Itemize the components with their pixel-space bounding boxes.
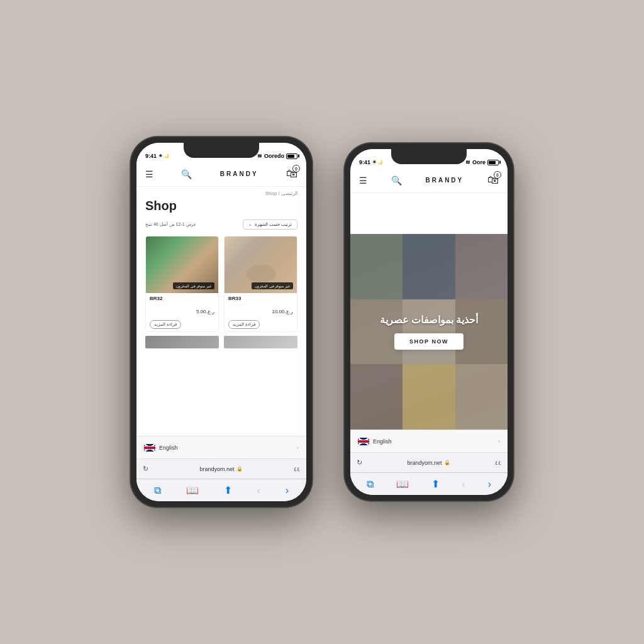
status-time-2: 9:41 ☀ 🌙 bbox=[359, 159, 383, 165]
hero-image-area: أحذية بمواصفات عصرية SHOP NOW bbox=[350, 234, 508, 430]
nav-bar-2: ☰ 🔍 BRANDY 🛍 0 bbox=[350, 168, 508, 193]
bookmarks-icon-1[interactable]: 📖 bbox=[186, 484, 199, 496]
shop-title: Shop bbox=[136, 197, 306, 217]
hero-arabic-text: أحذية بمواصفات عصرية bbox=[380, 314, 479, 326]
stars-1: ☆☆☆☆☆ bbox=[150, 303, 214, 308]
phone-1: 9:41 ☀ 🌙 ≋ Ooredo ☰ 🔍 BRANDY 🛍 bbox=[130, 136, 313, 508]
products-grid: غير متوفر في المخزون BR32 ☆☆☆☆☆ ر.ع.5.00… bbox=[136, 232, 306, 336]
cart-icon-1[interactable]: 🛍 0 bbox=[286, 167, 297, 180]
results-count: عرض 1-12 من أصل 40 نتيج bbox=[145, 222, 196, 227]
product-info-1: BR32 ☆☆☆☆☆ ر.ع.5.00 قراءة المزيد bbox=[146, 293, 218, 331]
read-more-btn-2[interactable]: قراءة المزيد bbox=[228, 320, 260, 329]
lang-bar-1[interactable]: English › bbox=[136, 436, 306, 458]
read-more-btn-1[interactable]: قراءة المزيد bbox=[150, 320, 181, 329]
product-card-1: غير متوفر في المخزون BR32 ☆☆☆☆☆ ر.ع.5.00… bbox=[145, 236, 219, 332]
uk-flag-icon-2 bbox=[358, 438, 369, 445]
product-info-2: BR33 ☆☆☆☆☆ ر.ع.10.00 قراءة المزيد bbox=[225, 293, 297, 331]
filter-bar: ترتيب حسب الشهرة ⌄ عرض 1-12 من أصل 40 نت… bbox=[136, 217, 306, 232]
product-card-2: غير متوفر في المخزون BR33 ☆☆☆☆☆ ر.ع.10.0… bbox=[224, 236, 297, 332]
bottom-toolbar-1: ⧉ 📖 ⬆ ‹ › bbox=[136, 479, 306, 501]
content-2: أحذية بمواصفات عصرية SHOP NOW English › bbox=[350, 193, 508, 452]
back-icon-2[interactable]: ‹ bbox=[462, 479, 465, 490]
reload-icon-2[interactable]: ↻ bbox=[357, 458, 362, 467]
arabic-time-2: ٤٤ bbox=[495, 460, 501, 466]
bookmarks-icon-2[interactable]: 📖 bbox=[396, 478, 409, 490]
nav-bar-1: ☰ 🔍 BRANDY 🛍 0 bbox=[136, 162, 306, 187]
partial-products-row bbox=[136, 336, 306, 348]
notch-1 bbox=[184, 143, 259, 158]
product-price-1: ر.ع.5.00 bbox=[150, 309, 214, 314]
menu-icon-2[interactable]: ☰ bbox=[359, 175, 367, 186]
url-1[interactable]: brandyom.net 🔒 bbox=[199, 466, 242, 472]
cart-badge-2: 0 bbox=[494, 171, 501, 179]
forward-icon-2[interactable]: › bbox=[488, 479, 491, 490]
back-icon-1[interactable]: ‹ bbox=[257, 485, 260, 496]
sort-select[interactable]: ترتيب حسب الشهرة ⌄ bbox=[243, 219, 297, 230]
forward-icon-1[interactable]: › bbox=[286, 485, 289, 496]
shop-now-button[interactable]: SHOP NOW bbox=[394, 333, 464, 350]
uk-flag-icon-1 bbox=[144, 444, 155, 452]
status-time-1: 9:41 ☀ 🌙 bbox=[145, 153, 169, 159]
bottom-toolbar-2: ⧉ 📖 ⬆ ‹ › bbox=[350, 472, 508, 495]
search-icon-2[interactable]: 🔍 bbox=[391, 175, 402, 186]
status-icons-2: ≋ Oore bbox=[465, 159, 499, 165]
product-name-1: BR32 bbox=[150, 296, 214, 301]
menu-icon-1[interactable]: ☰ bbox=[145, 169, 153, 179]
url-2[interactable]: brandyom.net 🔒 bbox=[407, 460, 450, 466]
reload-icon-1[interactable]: ↻ bbox=[143, 465, 148, 473]
battery-icon-2 bbox=[487, 160, 499, 165]
out-of-stock-badge-1: غير متوفر في المخزون bbox=[173, 282, 214, 289]
lang-arrow-2: › bbox=[498, 438, 500, 445]
status-icons-1: ≋ Ooredo bbox=[257, 153, 297, 159]
product-name-2: BR33 bbox=[228, 296, 293, 301]
address-bar-2: ↻ brandyom.net 🔒 ٤٤ bbox=[350, 452, 508, 472]
cart-icon-2[interactable]: 🛍 0 bbox=[487, 174, 499, 187]
breadcrumb-1: الرئيسى / Shop bbox=[136, 187, 306, 197]
battery-icon-1 bbox=[286, 153, 297, 159]
notch-2 bbox=[391, 149, 467, 164]
product-price-2: ر.ع.10.00 bbox=[228, 309, 293, 314]
brand-logo-1: BRANDY bbox=[220, 170, 258, 177]
share-icon-2[interactable]: ⬆ bbox=[431, 478, 440, 490]
address-bar-1: ↻ brandyom.net 🔒 ٤٤ bbox=[136, 458, 306, 479]
lock-icon-1: 🔒 bbox=[236, 466, 243, 472]
out-of-stock-badge-2: غير متوفر في المخزون bbox=[252, 282, 293, 289]
cart-badge-1: 0 bbox=[292, 165, 300, 172]
tabs-icon-1[interactable]: ⧉ bbox=[154, 485, 161, 496]
arabic-time-1: ٤٤ bbox=[294, 466, 300, 472]
product-img-2: غير متوفر في المخزون bbox=[225, 236, 297, 293]
stars-2: ☆☆☆☆☆ bbox=[228, 303, 293, 308]
lang-text-2: English bbox=[373, 438, 494, 445]
lang-arrow-1: › bbox=[297, 445, 299, 451]
brand-logo-2: BRANDY bbox=[425, 177, 464, 184]
tabs-icon-2[interactable]: ⧉ bbox=[367, 479, 374, 490]
phone-2: 9:41 ☀ 🌙 ≋ Oore ☰ 🔍 BRANDY 🛍 0 bbox=[344, 143, 514, 501]
product-img-1: غير متوفر في المخزون bbox=[146, 236, 218, 293]
lock-icon-2: 🔒 bbox=[444, 460, 450, 465]
content-1: الرئيسى / Shop Shop ترتيب حسب الشهرة ⌄ ع… bbox=[136, 187, 306, 458]
lang-bar-2[interactable]: English › bbox=[350, 430, 508, 452]
scene: 9:41 ☀ 🌙 ≋ Ooredo ☰ 🔍 BRANDY 🛍 bbox=[0, 0, 644, 644]
share-icon-1[interactable]: ⬆ bbox=[224, 484, 232, 496]
hero-white-top bbox=[350, 193, 508, 234]
search-icon-1[interactable]: 🔍 bbox=[181, 169, 192, 179]
lang-text-1: English bbox=[159, 445, 293, 451]
